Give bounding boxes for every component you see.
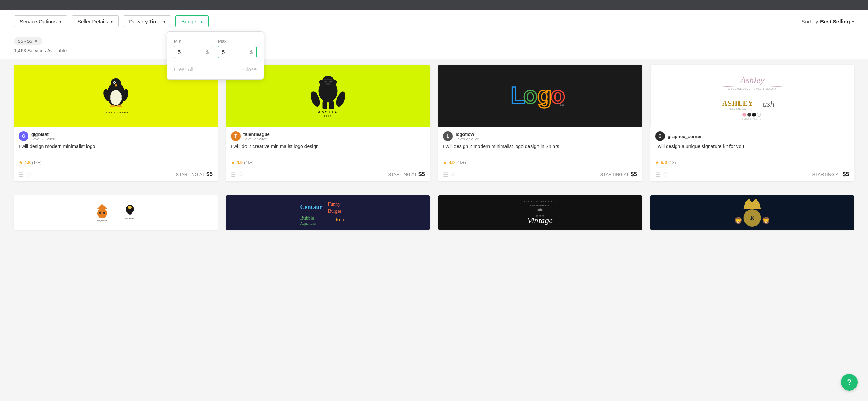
foxy-metrics-logo: Foxy Metrics [92,202,112,223]
starting-at-4: STARTING AT [812,172,841,177]
min-label: Min. [174,39,212,44]
svg-text:Bubble: Bubble [300,215,314,221]
card-actions-2: ☰ ♡ [231,171,243,178]
seller-avatar-2: T [231,131,241,141]
svg-point-2 [111,78,121,88]
card-footer-1: ☰ ♡ STARTING AT $5 [19,168,213,178]
favorite-icon-4[interactable]: ♡ [663,171,668,178]
delivery-time-filter[interactable]: Delivery Time ▾ [123,15,171,27]
seller-details-label: Seller Details [77,18,108,24]
budget-label: Budget [181,18,198,24]
card-rating-2: ★ 4.9 (1k+) [231,160,425,165]
sort-chevron[interactable]: ▾ [852,19,854,24]
min-field: Min. $ [174,39,212,58]
svg-text:COLOUR PALETTE: COLOUR PALETTE [742,118,761,120]
compare-icon-2[interactable]: ☰ [231,171,236,178]
services-count: 1,463 Services Available [0,45,868,59]
dine-dozen-logo: Dine-A-Dozen [119,204,140,221]
svg-text:R: R [750,215,754,221]
price-3: $5 [631,171,637,178]
svg-point-1 [110,90,122,105]
delivery-time-chevron: ▾ [163,19,165,24]
favorite-icon-1[interactable]: ♡ [26,171,31,178]
svg-text:ash: ash [762,99,774,108]
seller-info-4: G graphex_corner [655,131,849,141]
card-title-1[interactable]: I will design modern minimalist logo [19,143,213,157]
service-card-1[interactable]: CHILLED BEER G gigblast Level 2 Seller I… [14,65,218,181]
partial-card-3[interactable]: EXCLUSIVELY ON www.FIVERR.com ★ ★ ★ Vint… [438,195,642,230]
price-section-2: STARTING AT $5 [388,171,425,178]
card-actions-1: ☰ ♡ [19,171,31,178]
budget-filter[interactable]: Budget ▴ [175,15,209,27]
favorite-icon-2[interactable]: ♡ [239,171,243,178]
compare-icon-4[interactable]: ☰ [655,171,660,178]
royal-logo: R 🦁 🦁 [650,195,854,230]
seller-level-3: Level 2 Seller [456,137,479,141]
compare-icon-3[interactable]: ☰ [443,171,448,178]
seller-level-2: Level 2 Seller [243,137,270,141]
partial-card-img-3: EXCLUSIVELY ON www.FIVERR.com ★ ★ ★ Vint… [438,195,642,230]
service-card-2[interactable]: GORILLA — BEER — T talentleague Level 2 … [226,65,430,181]
card-rating-1: ★ 4.8 (1k+) [19,160,213,165]
seller-info-2: T talentleague Level 2 Seller [231,131,425,141]
svg-text:Vintage: Vintage [527,216,553,225]
service-card-3[interactable]: L o g o flow L logoflow Level 2 Seller [438,65,642,181]
starting-at-3: STARTING AT [600,172,629,177]
svg-text:www.FIVERR.com: www.FIVERR.com [530,204,550,207]
card-body-1: G gigblast Level 2 Seller I will design … [14,127,218,181]
remove-filter-icon[interactable]: ✕ [34,38,38,44]
filter-tag-budget: $5 - $5 ✕ [14,37,42,45]
service-options-label: Service Options [20,18,57,24]
seller-details-filter[interactable]: Seller Details ▾ [72,15,119,27]
service-card-4[interactable]: Ashley A FEMALE LOGO . NAILS & BEAUTY AS… [650,65,854,181]
svg-point-39 [752,113,756,117]
max-input[interactable] [218,46,247,58]
close-button[interactable]: Close [243,66,257,72]
svg-text:g: g [537,82,552,108]
seller-avatar-4: G [655,131,665,141]
rating-count-2: (1k+) [244,160,254,165]
help-button[interactable]: ? [841,374,858,391]
svg-point-20 [332,80,337,85]
card-title-4[interactable]: I will design a unique signature kit for… [655,143,849,157]
seller-avatar-1: G [19,131,28,141]
card-title-3[interactable]: I will design 2 modern minimalist logo d… [443,143,637,157]
filter-tag-value: $5 - $5 [18,39,32,44]
card-rating-3: ★ 4.9 (1k+) [443,160,637,165]
rating-count-3: (1k+) [456,160,466,165]
favorite-icon-3[interactable]: ♡ [451,171,456,178]
second-row-cards: Foxy Metrics Dine-A-Dozen Centaur Funny … [0,195,868,244]
svg-text:CHILLED BEER: CHILLED BEER [103,111,129,114]
max-currency: $ [247,47,256,58]
sort-value: Best Selling [820,18,850,24]
svg-point-37 [742,113,746,117]
card-body-2: T talentleague Level 2 Seller I will do … [226,127,430,181]
card-title-2[interactable]: I will do 2 creative minimalist logo des… [231,143,425,157]
partial-card-1[interactable]: Foxy Metrics Dine-A-Dozen [14,195,218,230]
logoflow-logo: L o g o flow [511,80,570,112]
svg-text:Centaur: Centaur [300,204,323,211]
clear-all-button[interactable]: Clear All [174,66,193,72]
seller-details-chevron: ▾ [111,19,113,24]
vintage-logo: EXCLUSIVELY ON www.FIVERR.com ★ ★ ★ Vint… [438,195,642,230]
svg-point-10 [116,105,122,107]
min-input[interactable] [174,46,202,58]
svg-marker-62 [537,208,544,211]
svg-point-16 [324,81,326,83]
svg-point-18 [326,83,330,85]
star-icon-2: ★ [231,160,235,165]
compare-icon-1[interactable]: ☰ [19,171,24,178]
seller-info-3: L logoflow Level 2 Seller [443,131,637,141]
partial-card-2[interactable]: Centaur Funny Burger Bubble Aquarium Din… [226,195,430,230]
svg-point-43 [97,208,107,218]
partial-card-4[interactable]: R 🦁 🦁 [650,195,854,230]
svg-text:flow: flow [556,103,564,107]
sort-label: Sort by [802,18,818,24]
svg-point-19 [319,80,324,85]
price-1: $5 [206,171,213,178]
chilled-beer-logo: CHILLED BEER [99,77,133,115]
service-options-filter[interactable]: Service Options ▾ [14,15,67,27]
top-nav-bar [0,0,868,10]
price-section-1: STARTING AT $5 [176,171,213,178]
svg-point-38 [747,113,751,117]
